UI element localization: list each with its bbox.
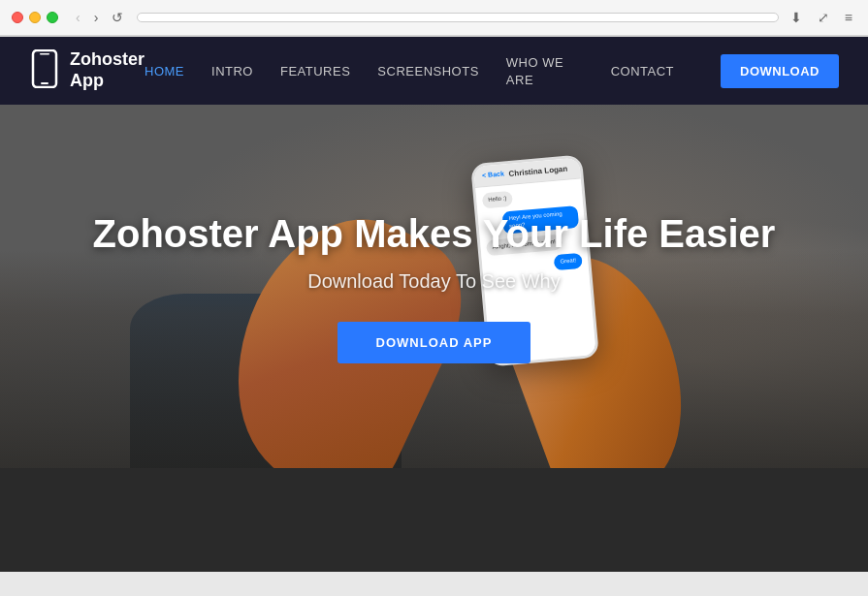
hero-section: < Back Christina Logan Hello :) Hey! Are… bbox=[0, 105, 868, 468]
hero-overlay: Zohoster App Makes Your Life Easier Down… bbox=[74, 191, 795, 383]
svg-rect-0 bbox=[33, 50, 56, 87]
nav-download-button[interactable]: DOWNLOAD bbox=[721, 54, 839, 88]
phone-back-label: < Back bbox=[481, 171, 503, 179]
fullscreen-icon[interactable]: ⤢ bbox=[814, 8, 833, 27]
nav-links: HOME INTRO FEATURES SCREENSHOTS WHO WE A… bbox=[145, 53, 839, 88]
forward-button[interactable]: › bbox=[88, 8, 105, 27]
phone-contact-name: Christina Logan bbox=[508, 165, 567, 178]
hero-title: Zohoster App Makes Your Life Easier bbox=[93, 210, 776, 257]
nav-features[interactable]: FEATURES bbox=[280, 64, 350, 78]
nav-screenshots[interactable]: SCREENSHOTS bbox=[377, 64, 478, 78]
download-icon[interactable]: ⬇ bbox=[787, 8, 806, 27]
brand-name: Zohoster App bbox=[70, 49, 145, 91]
nav-home[interactable]: HOME bbox=[145, 64, 184, 78]
brand: Zohoster App bbox=[29, 49, 145, 93]
browser-chrome: ‹ › ↺ ⬇ ⤢ ≡ bbox=[0, 0, 868, 37]
website: Zohoster App HOME INTRO FEATURES SCREENS… bbox=[0, 37, 868, 572]
menu-icon[interactable]: ≡ bbox=[841, 8, 856, 27]
brand-icon bbox=[29, 49, 60, 93]
nav-intro[interactable]: INTRO bbox=[211, 64, 253, 78]
back-button[interactable]: ‹ bbox=[70, 8, 86, 27]
hero-subtitle: Download Today To See Why bbox=[93, 270, 776, 293]
browser-titlebar: ‹ › ↺ ⬇ ⤢ ≡ bbox=[0, 0, 868, 36]
svg-rect-2 bbox=[40, 53, 49, 55]
nav-buttons: ‹ › ↺ bbox=[70, 8, 129, 27]
close-button[interactable] bbox=[12, 12, 23, 23]
navbar: Zohoster App HOME INTRO FEATURES SCREENS… bbox=[0, 37, 868, 105]
refresh-button[interactable]: ↺ bbox=[106, 8, 129, 27]
footer-section bbox=[0, 468, 868, 572]
nav-contact[interactable]: CONTACT bbox=[611, 64, 674, 78]
minimize-button[interactable] bbox=[29, 12, 41, 23]
traffic-lights bbox=[12, 12, 58, 23]
address-bar[interactable] bbox=[137, 13, 778, 22]
browser-actions: ⬇ ⤢ ≡ bbox=[787, 8, 856, 27]
nav-who-we-are[interactable]: WHO WE ARE bbox=[506, 55, 563, 87]
svg-rect-1 bbox=[41, 82, 48, 84]
hero-download-button[interactable]: DOWNLOAD APP bbox=[338, 322, 531, 363]
fullscreen-button[interactable] bbox=[47, 12, 58, 23]
